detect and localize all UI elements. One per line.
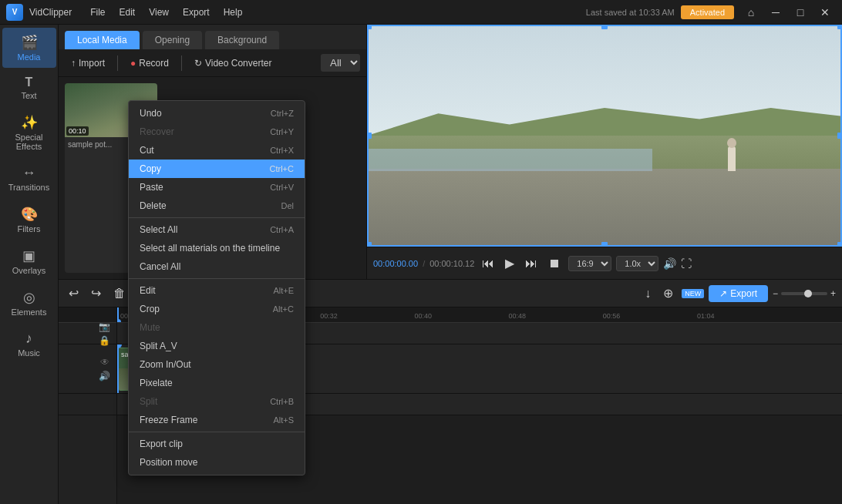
ctx-crop[interactable]: Crop Alt+C <box>129 300 305 318</box>
track-controls: 📷 🔒 <box>97 320 112 348</box>
ctx-sep-1 <box>129 217 305 218</box>
preview-video <box>367 25 842 247</box>
play-button[interactable]: ▶ <box>502 254 517 272</box>
menu-view[interactable]: View <box>143 5 175 19</box>
sidebar-label-transitions: Transitions <box>8 183 49 192</box>
import-button[interactable]: ↑ Import <box>65 55 111 72</box>
home-icon[interactable]: ⌂ <box>740 5 762 20</box>
mark-5: 00:56 <box>603 312 621 320</box>
ctx-recover: Recover Ctrl+Y <box>129 123 305 141</box>
ctx-undo[interactable]: Undo Ctrl+Z <box>129 104 305 123</box>
tab-local-media[interactable]: Local Media <box>65 31 140 49</box>
toolbar-separator-2 <box>181 55 182 71</box>
activated-button[interactable]: Activated <box>681 5 734 19</box>
zoom-control: − + <box>773 288 836 299</box>
camera-icon[interactable]: 📷 <box>99 321 110 332</box>
ctx-position-move[interactable]: Position move <box>129 453 305 472</box>
filters-icon: 🎨 <box>5 206 53 223</box>
close-icon[interactable]: ✕ <box>814 5 836 20</box>
zoom-in-icon[interactable]: + <box>830 288 836 299</box>
undo-button[interactable]: ↩ <box>65 284 83 302</box>
record-button[interactable]: ● Record <box>124 55 175 72</box>
audio-icon[interactable]: 🔊 <box>99 371 110 381</box>
ctx-edit[interactable]: Edit Alt+E <box>129 281 305 300</box>
titlebar: V VidClipper File Edit View Export Help … <box>0 0 842 25</box>
stop-button[interactable]: ⏹ <box>545 255 564 272</box>
ctx-freeze[interactable]: Freeze Frame Alt+S <box>129 411 305 429</box>
sidebar-label-overlays: Overlays <box>12 266 45 275</box>
prev-frame-button[interactable]: ⏮ <box>479 255 497 272</box>
overlays-icon: ▣ <box>5 247 53 264</box>
next-frame-button[interactable]: ⏭ <box>522 255 541 272</box>
duration-badge: 00:10 <box>66 126 89 136</box>
menu-export[interactable]: Export <box>177 5 216 19</box>
timeline-action-2[interactable]: ⊕ <box>659 284 677 302</box>
menu-file[interactable]: File <box>84 5 111 19</box>
ctx-mute: Mute <box>129 318 305 337</box>
titlebar-right: Last saved at 10:33 AM Activated ⌂ ─ □ ✕ <box>586 5 836 20</box>
video-track-label: 👁 🔊 <box>59 344 116 394</box>
video-converter-button[interactable]: ↻ Video Converter <box>188 55 278 72</box>
export-button[interactable]: ↗ Export <box>709 285 768 302</box>
ctx-paste[interactable]: Paste Ctrl+V <box>129 178 305 197</box>
sidebar-item-music[interactable]: ♪ Music <box>2 324 56 364</box>
sidebar-item-text[interactable]: T Text <box>2 69 56 106</box>
sidebar-item-overlays[interactable]: ▣ Overlays <box>2 241 56 281</box>
aspect-ratio-select[interactable]: 16:9 <box>568 256 611 271</box>
figure-body <box>728 146 736 171</box>
ctx-export-clip[interactable]: Export clip <box>129 435 305 453</box>
ctx-pixelate[interactable]: Pixelate <box>129 374 305 392</box>
time-separator: / <box>423 259 425 268</box>
label-empty-row: 📷 🔒 <box>59 323 116 344</box>
fullscreen-button[interactable]: ⛶ <box>681 257 692 270</box>
mark-4: 00:48 <box>509 312 527 320</box>
text-icon: T <box>5 76 53 89</box>
sidebar-label-special-effects: Special Effects <box>15 133 42 151</box>
speed-select[interactable]: 1.0x <box>616 256 658 271</box>
menu-edit[interactable]: Edit <box>113 5 142 19</box>
tab-background[interactable]: Background <box>205 31 279 49</box>
ctx-delete[interactable]: Delete Del <box>129 197 305 215</box>
figure-head <box>727 138 736 148</box>
timeline-action-1[interactable]: ↓ <box>641 285 655 302</box>
minimize-icon[interactable]: ─ <box>765 5 786 20</box>
transitions-icon: ↔ <box>5 165 53 181</box>
filter-select[interactable]: All <box>321 54 360 72</box>
converter-icon: ↻ <box>194 58 202 69</box>
menu-help[interactable]: Help <box>217 5 249 19</box>
import-icon: ↑ <box>71 58 76 69</box>
zoom-out-icon[interactable]: − <box>773 288 778 299</box>
playback-controls: 00:00:00.00 / 00:00:10.12 ⏮ ▶ ⏭ ⏹ 16:9 1… <box>367 247 842 279</box>
ctx-zoom[interactable]: Zoom In/Out <box>129 355 305 374</box>
zoom-slider[interactable] <box>781 292 827 295</box>
tab-opening[interactable]: Opening <box>143 31 202 49</box>
volume-icon[interactable]: 🔊 <box>663 257 676 270</box>
sidebar-item-transitions[interactable]: ↔ Transitions <box>2 159 56 198</box>
sidebar-label-elements: Elements <box>12 307 47 317</box>
water-layer <box>367 149 652 171</box>
mark-2: 00:32 <box>320 312 338 320</box>
ruler-playhead <box>117 307 119 322</box>
ctx-cancel-all[interactable]: Cancel All <box>129 257 305 276</box>
window-controls: ⌂ ─ □ ✕ <box>740 5 836 20</box>
sidebar-item-elements[interactable]: ◎ Elements <box>2 283 56 323</box>
app-name: VidClipper <box>29 7 72 18</box>
sidebar: 🎬 Media T Text ✨ Special Effects ↔ Trans… <box>0 25 59 504</box>
ctx-select-materials[interactable]: Select all materials on the timeline <box>129 239 305 257</box>
ctx-select-all[interactable]: Select All Ctrl+A <box>129 220 305 239</box>
sidebar-item-filters[interactable]: 🎨 Filters <box>2 200 56 240</box>
sidebar-item-media[interactable]: 🎬 Media <box>2 28 56 68</box>
toolbar-separator-1 <box>117 55 118 71</box>
menu-bar: File Edit View Export Help <box>84 5 248 19</box>
eye-icon[interactable]: 👁 <box>100 357 109 368</box>
ctx-cut[interactable]: Cut Ctrl+X <box>129 141 305 160</box>
maximize-icon[interactable]: □ <box>790 5 811 20</box>
delete-clip-button[interactable]: 🗑 <box>109 285 130 302</box>
redo-button[interactable]: ↪ <box>87 284 105 302</box>
record-icon: ● <box>130 58 136 69</box>
export-icon: ↗ <box>719 288 727 299</box>
media-tabs: Local Media Opening Background <box>59 25 366 49</box>
ctx-split-av[interactable]: Split A_V <box>129 337 305 355</box>
sidebar-item-special-effects[interactable]: ✨ Special Effects <box>2 108 56 157</box>
ctx-copy[interactable]: Copy Ctrl+C <box>129 160 305 178</box>
